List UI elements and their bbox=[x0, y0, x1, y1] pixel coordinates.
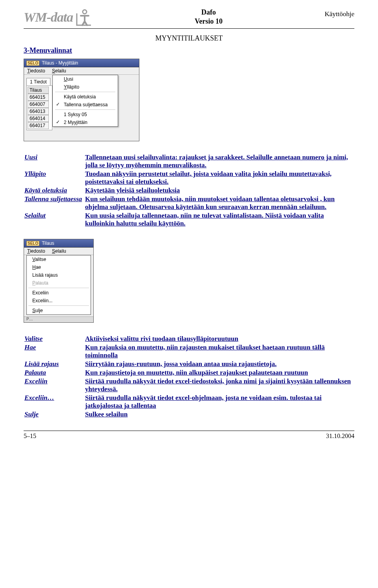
menu-selailu[interactable]: Selailu bbox=[52, 248, 66, 254]
screenshot-selailu-menu: SELO Tilaus - Myyjittäin Tiedosto Selail… bbox=[24, 59, 139, 141]
person-icon bbox=[74, 8, 93, 27]
menuitem-hae[interactable]: Hae bbox=[27, 263, 91, 271]
desc-selailut: Kun uusia selailuja tallennetaan, niin n… bbox=[84, 211, 354, 228]
menuitem-yllapito[interactable]: Ylläpito bbox=[53, 83, 118, 91]
definitions-tiedosto: Valitse Aktiiviseksi valittu rivi tuodaa… bbox=[24, 335, 354, 419]
page-date: 31.10.2004 bbox=[326, 433, 354, 440]
table-row[interactable]: 664007 bbox=[28, 101, 49, 108]
menu-tiedosto[interactable]: Tiedosto bbox=[27, 68, 45, 74]
menuitem-exceliin-dots[interactable]: Exceliin... bbox=[27, 297, 91, 305]
term-uusi: Uusi bbox=[24, 153, 84, 170]
separator bbox=[55, 92, 115, 92]
menuitem-tallenna-suljettaessa[interactable]: Tallenna suljettaessa bbox=[53, 101, 118, 109]
app-badge: SELO bbox=[26, 241, 39, 246]
dropdown-selailu: Uusi Ylläpito Käytä oletuksia Tallenna s… bbox=[52, 75, 118, 127]
window-title: Tilaus - Myyjittäin bbox=[42, 60, 78, 66]
definitions-selailu: Uusi Tallennetaan uusi selailuvalinta: r… bbox=[24, 153, 354, 228]
doc-type: Käyttöohje bbox=[324, 8, 354, 18]
statusbar-strip: P… bbox=[24, 316, 93, 322]
menuitem-palauta: Palauta bbox=[27, 279, 91, 287]
term-exceliin: Exceliin bbox=[24, 377, 84, 394]
table-row[interactable]: 664015 bbox=[28, 94, 49, 101]
table-row[interactable]: 664013 bbox=[28, 108, 49, 115]
doc-name: Dafo bbox=[195, 8, 222, 17]
app-badge: SELO bbox=[26, 61, 39, 66]
separator bbox=[55, 109, 115, 110]
page-footer: 5–15 31.10.2004 bbox=[24, 431, 354, 440]
logo: WM-data bbox=[24, 8, 93, 27]
desc-hae: Kun rajauksia on muutettu, niin rajauste… bbox=[84, 343, 354, 360]
desc-palauta: Kun rajaustietoja on muutettu, niin alku… bbox=[84, 368, 354, 377]
window-title: Tilaus bbox=[42, 240, 54, 246]
term-lisaa-rajaus: Lisää rajaus bbox=[24, 360, 84, 368]
menubar: Tiedosto Selailu bbox=[24, 248, 93, 255]
desc-yllapito: Tuodaan näkyviin perustetut selailut, jo… bbox=[84, 170, 354, 186]
term-tallenna: Tallenna suljettaessa bbox=[24, 195, 84, 211]
desc-exceliin-dots: Siirtää ruudulla näkyvät tiedot excel-oh… bbox=[84, 394, 354, 410]
term-exceliin-dots: Exceliin… bbox=[24, 394, 84, 410]
menuitem-sulje[interactable]: Sulje bbox=[27, 307, 91, 314]
menu-selailu[interactable]: Selailu bbox=[52, 68, 66, 74]
dropdown-tiedosto: Valitse Hae Lisää rajaus Palauta Excelii… bbox=[26, 255, 91, 315]
desc-valitse: Aktiiviseksi valittu rivi tuodaan tilaus… bbox=[84, 335, 354, 343]
menuitem-exceliin[interactable]: Exceliin bbox=[27, 289, 91, 297]
desc-uusi: Tallennetaan uusi selailuvalinta: rajauk… bbox=[84, 153, 354, 170]
term-hae: Hae bbox=[24, 343, 84, 360]
svg-point-0 bbox=[83, 10, 87, 14]
doc-version: Versio 10 bbox=[195, 17, 222, 26]
table-row[interactable]: 664017 bbox=[28, 122, 49, 129]
menu-tiedosto[interactable]: Tiedosto bbox=[27, 248, 45, 254]
menuitem-recent-1[interactable]: 1 Syksy 05 bbox=[53, 111, 118, 118]
separator bbox=[28, 288, 89, 288]
col-header-tilaus: Tilaus bbox=[28, 87, 49, 94]
screenshot-tiedosto-menu: SELO Tilaus Tiedosto Selailu Valitse Hae… bbox=[24, 239, 94, 323]
table-row[interactable]: 664014 bbox=[28, 115, 49, 122]
term-selailut: Selailut bbox=[24, 211, 84, 228]
tab-tiedot[interactable]: 1 Tiedot bbox=[26, 78, 50, 85]
desc-tallenna: Kun selailuun tehdään muutoksia, niin mu… bbox=[84, 195, 354, 211]
term-yllapito: Ylläpito bbox=[24, 170, 84, 186]
menuitem-kayta-oletuksia[interactable]: Käytä oletuksia bbox=[53, 93, 118, 101]
menubar: Tiedosto Selailu bbox=[24, 67, 139, 75]
term-palauta: Palauta bbox=[24, 368, 84, 377]
term-valitse: Valitse bbox=[24, 335, 84, 343]
doc-title: Dafo Versio 10 bbox=[195, 8, 222, 26]
menuitem-uusi[interactable]: Uusi bbox=[53, 75, 118, 83]
desc-oletuksia: Käytetään yleisiä selailuoletuksia bbox=[84, 186, 354, 195]
logo-text: WM-data bbox=[24, 10, 73, 25]
doc-section: MYYNTITILAUKSET bbox=[24, 34, 354, 43]
menuitem-lisaa-rajaus[interactable]: Lisää rajaus bbox=[27, 271, 91, 279]
header-rule bbox=[24, 28, 354, 29]
menuitem-recent-2[interactable]: 2 Myyjittäin bbox=[53, 118, 118, 126]
menuitem-valitse[interactable]: Valitse bbox=[27, 255, 91, 263]
desc-exceliin: Siirtää ruudulla näkyvät tiedot excel-ti… bbox=[84, 377, 354, 394]
term-oletuksia: Käytä oletuksia bbox=[24, 186, 84, 195]
section-heading: 3-Menuvalinnat bbox=[24, 46, 354, 55]
desc-sulje: Sulkee selailun bbox=[84, 410, 354, 419]
page-number: 5–15 bbox=[24, 433, 36, 440]
term-sulje: Sulje bbox=[24, 410, 84, 419]
separator bbox=[28, 305, 89, 306]
desc-lisaa-rajaus: Siirrytään rajaus-ruutuun, jossa voidaan… bbox=[84, 360, 354, 368]
